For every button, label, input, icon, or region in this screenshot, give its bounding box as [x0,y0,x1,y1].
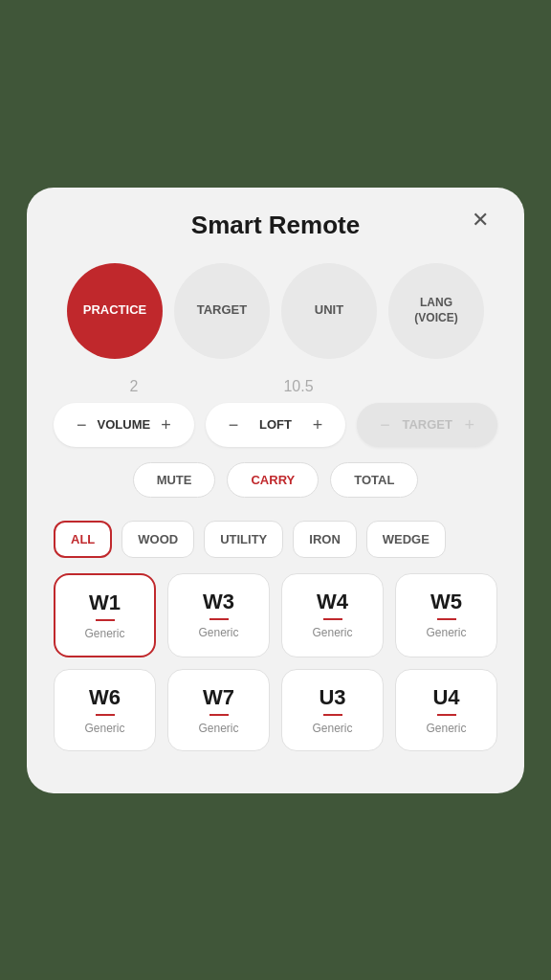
category-wood[interactable]: WOOD [121,521,194,558]
club-u3[interactable]: U3 Generic [281,669,384,751]
target-decrease-button: − [376,416,394,434]
volume-value: 2 [57,378,210,395]
club-w4[interactable]: W4 Generic [281,573,384,657]
club-u3-type: Generic [312,722,352,735]
category-wedge[interactable]: WEDGE [366,521,446,558]
modal-title: Smart Remote [191,211,360,240]
mute-toggle[interactable]: MUTE [133,462,216,498]
club-w6[interactable]: W6 Generic [54,669,156,751]
club-w5-dash [437,618,456,620]
club-w1-dash [96,619,115,621]
mode-btn-target[interactable]: TARGET [174,263,270,359]
loft-value: 10.5 [222,378,375,395]
category-iron[interactable]: IRON [293,521,357,558]
club-w1-name: W1 [89,590,121,615]
club-w4-name: W4 [317,590,348,614]
volume-control: − VOLUME + [54,403,194,447]
club-grid-row2: W6 Generic W7 Generic U3 Generic U4 Gene… [54,669,497,751]
club-w6-type: Generic [84,722,124,735]
club-w5[interactable]: W5 Generic [395,573,497,657]
loft-label: LOFT [242,417,309,432]
target-control: − TARGET + [357,403,497,447]
total-toggle[interactable]: TOTAL [330,462,418,498]
mode-btn-unit[interactable]: UNIT [281,263,377,359]
mode-row: PRACTICE TARGET UNIT LANG(VOICE) [54,263,497,359]
target-label: TARGET [394,417,461,432]
club-w3-dash [209,618,229,620]
club-u4-name: U4 [432,685,459,710]
club-u3-name: U3 [319,685,345,710]
club-w6-name: W6 [89,685,121,710]
mode-btn-lang[interactable]: LANG(VOICE) [388,263,484,359]
club-w6-dash [96,714,115,716]
club-w5-name: W5 [430,590,462,614]
club-w5-type: Generic [426,626,466,639]
value-row: 2 10.5 [54,378,497,395]
loft-increase-button[interactable]: + [309,416,327,434]
volume-decrease-button[interactable]: − [73,416,91,434]
club-w7[interactable]: W7 Generic [167,669,270,751]
loft-decrease-button[interactable]: − [225,416,243,434]
club-w3-type: Generic [198,626,238,639]
control-row: − VOLUME + − LOFT + − TARGET + [54,403,497,447]
club-w4-dash [323,618,342,620]
club-u4-type: Generic [426,722,466,735]
club-u4[interactable]: U4 Generic [395,669,497,751]
category-all[interactable]: ALL [54,521,112,558]
volume-label: VOLUME [91,417,158,432]
category-row: ALL WOOD UTILITY IRON WEDGE [54,521,497,558]
smart-remote-modal: Smart Remote ✕ PRACTICE TARGET UNIT LANG… [27,188,524,793]
club-u4-dash [437,714,456,716]
mode-btn-practice[interactable]: PRACTICE [67,263,163,359]
category-utility[interactable]: UTILITY [204,521,283,558]
close-button[interactable]: ✕ [463,203,497,237]
club-w7-name: W7 [203,685,234,710]
club-w3-name: W3 [203,590,234,614]
club-w7-type: Generic [198,722,238,735]
club-grid-row1: W1 Generic W3 Generic W4 Generic W5 Gene… [54,573,497,657]
target-increase-button: + [461,416,479,434]
club-u3-dash [323,714,342,716]
loft-control: − LOFT + [206,403,346,447]
volume-increase-button[interactable]: + [157,416,175,434]
club-w1-type: Generic [84,627,124,640]
carry-toggle[interactable]: CARRY [227,462,319,498]
club-w1[interactable]: W1 Generic [54,573,156,657]
modal-header: Smart Remote ✕ [54,211,497,240]
club-w7-dash [209,714,229,716]
club-w4-type: Generic [312,626,352,639]
toggle-row: MUTE CARRY TOTAL [54,462,497,498]
club-w3[interactable]: W3 Generic [167,573,270,657]
